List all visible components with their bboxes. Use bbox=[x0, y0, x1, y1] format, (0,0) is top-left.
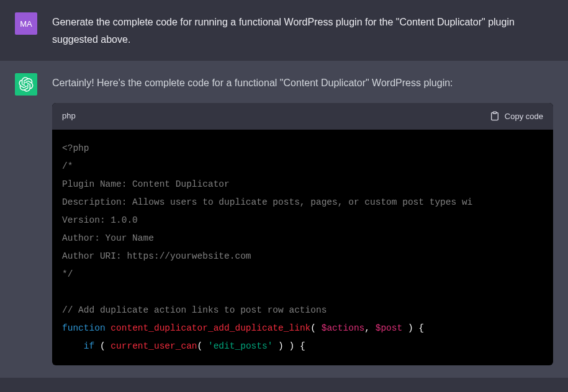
code-line-5: Version: 1.0.0 bbox=[62, 215, 138, 225]
code-punct: ( bbox=[310, 323, 321, 333]
assistant-message-text: Certainly! Here's the complete code for … bbox=[52, 74, 553, 92]
code-punct: ( bbox=[197, 341, 208, 351]
user-message-row: MA Generate the complete code for runnin… bbox=[0, 0, 568, 61]
openai-logo-icon bbox=[19, 77, 34, 92]
code-line-6: Author: Your Name bbox=[62, 233, 154, 243]
copy-code-label: Copy code bbox=[505, 112, 543, 121]
code-line-4: Description: Allows users to duplicate p… bbox=[62, 197, 472, 207]
code-line-3: Plugin Name: Content Duplicator bbox=[62, 179, 230, 189]
code-keyword-function: function bbox=[62, 323, 106, 333]
code-punct: , bbox=[364, 323, 375, 333]
code-string: 'edit_posts' bbox=[208, 341, 273, 351]
svg-rect-0 bbox=[493, 112, 496, 114]
copy-code-button[interactable]: Copy code bbox=[490, 111, 543, 121]
code-function-call: current_user_can bbox=[110, 341, 197, 351]
code-content[interactable]: <?php /* Plugin Name: Content Duplicator… bbox=[52, 130, 553, 365]
code-variable: $actions bbox=[322, 323, 365, 333]
code-function-name: content_duplicator_add_duplicate_link bbox=[110, 323, 310, 333]
clipboard-icon bbox=[490, 111, 500, 121]
code-line-10: // Add duplicate action links to post ro… bbox=[62, 305, 327, 315]
code-block-header: php Copy code bbox=[52, 103, 553, 130]
user-avatar-initials: MA bbox=[20, 19, 32, 29]
code-line-8: */ bbox=[62, 269, 73, 279]
code-keyword-if: if bbox=[84, 341, 94, 351]
assistant-message-content: Certainly! Here's the complete code for … bbox=[52, 73, 553, 365]
code-punct: ) { bbox=[402, 323, 424, 333]
assistant-message-row: Certainly! Here's the complete code for … bbox=[0, 61, 568, 378]
code-variable: $post bbox=[376, 323, 403, 333]
code-block: php Copy code <?php /* Plugin Name: Cont… bbox=[52, 103, 553, 365]
code-punct: ) ) { bbox=[273, 341, 305, 351]
code-line-7: Author URI: https://yourwebsite.com bbox=[62, 251, 251, 261]
code-line-1: <?php bbox=[62, 143, 89, 153]
code-line-2: /* bbox=[62, 161, 73, 171]
code-punct: ( bbox=[94, 341, 110, 351]
code-language-label: php bbox=[62, 109, 76, 123]
assistant-avatar bbox=[15, 73, 37, 96]
user-message-content: Generate the complete code for running a… bbox=[52, 12, 553, 48]
user-avatar: MA bbox=[15, 12, 37, 35]
